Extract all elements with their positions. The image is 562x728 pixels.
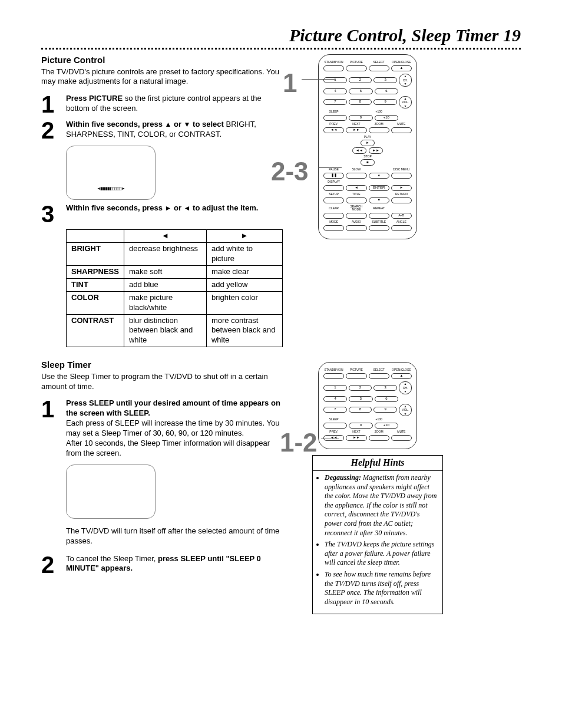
eject-icon: ▲ <box>391 373 412 379</box>
title-button <box>346 197 366 203</box>
num-5-button: 5 <box>349 88 372 94</box>
pause-icon: ❚❚ <box>323 173 344 179</box>
step-number: 2 <box>41 554 66 574</box>
sleep-timer-intro: Use the Sleep Timer to program the TV/DV… <box>41 372 283 392</box>
playback-nav: PLAY ► ◄◄►► STOP ■ <box>344 136 391 166</box>
picture-control-section: Picture Control The TV/DVD's picture con… <box>41 54 521 347</box>
step-number: 2 <box>41 120 66 140</box>
picture-button <box>346 65 366 71</box>
pc-step-3: 3 Within five seconds, press ► or ◄ to a… <box>41 203 283 223</box>
pc-step3-text-a: Within five seconds, press <box>66 203 164 212</box>
play-icon: ► <box>361 140 375 146</box>
next-icon: ►► <box>346 127 366 133</box>
sleep-button <box>323 423 347 429</box>
prev-icon: ◄◄ <box>323 435 344 441</box>
subtitle-button <box>369 225 389 231</box>
st-step1-p3: The TV/DVD will turn itself off after th… <box>66 526 283 546</box>
num-2-button: 2 <box>349 77 372 83</box>
slow-button <box>346 173 366 179</box>
hint-item: The TV/DVD keeps the picture settings af… <box>325 540 438 568</box>
helpful-hints-title: Helpful Hints <box>313 456 442 471</box>
table-row: SHARPNESS make soft make clear <box>67 265 283 278</box>
num-3-button: 3 <box>373 77 397 83</box>
picture-control-intro: The TV/DVD's picture controls are preset… <box>41 67 283 87</box>
callout-1-2: 1-2 <box>280 426 318 459</box>
num-8-button: 8 <box>349 99 372 105</box>
table-row: COLOR make picture black/white brighten … <box>67 291 283 314</box>
standby-button <box>323 65 344 71</box>
ffwd-icon: ►► <box>369 147 383 154</box>
pc-step2-mid: or <box>171 120 183 129</box>
num-9-button: 9 <box>373 99 397 105</box>
step-number: 1 <box>41 398 66 458</box>
rewind-icon: ◄◄ <box>352 147 366 154</box>
zoom-button <box>369 127 389 133</box>
title-rule <box>41 48 521 50</box>
audio-button <box>346 225 366 231</box>
pc-step-2: 2 Within five seconds, press ▲ or ▼ to s… <box>41 120 283 140</box>
enter-button: ENTER <box>369 185 389 191</box>
tv-screen-illustration: ◄▮▮▮▮▮▮▯▯▯▯▯▯► <box>66 146 156 200</box>
sleep-timer-section: Sleep Timer Use the Sleep Timer to progr… <box>41 359 521 614</box>
pc-step2-text-b: to select <box>191 120 224 129</box>
st-step-1: 1 Press SLEEP until your desired amount … <box>41 398 283 458</box>
page-title: Picture Control, Sleep Timer 19 <box>41 24 521 47</box>
step-number: 3 <box>41 203 66 223</box>
pc-step-1: 1 Press PICTURE so the first picture con… <box>41 94 283 114</box>
stop-icon: ■ <box>361 159 375 166</box>
remote-illustration: STANDBY/ONPICTURESELECTOPEN/CLOSE ▲ 1 2 … <box>318 54 417 239</box>
ch-cluster: ▲CH.▼ <box>399 74 412 87</box>
callout-1: 1 <box>283 66 297 100</box>
step-number: 1 <box>41 94 66 114</box>
clear-button <box>323 213 344 219</box>
num-1-button: 1 <box>323 77 347 83</box>
st-step-2: 2 To cancel the Sleep Timer, press SLEEP… <box>41 554 283 574</box>
mode-button <box>323 225 344 231</box>
st-step1-bold: Press SLEEP until your desired amount of… <box>66 398 283 419</box>
pc-step3-mid: or <box>171 203 183 212</box>
callout-line <box>318 167 342 168</box>
search-button <box>346 213 366 219</box>
left-arrow-icon: ◄ <box>184 204 191 212</box>
sleep-button <box>323 115 347 121</box>
up-nav-icon: ▲ <box>369 173 389 179</box>
st-step2-a: To cancel the Sleep Timer, <box>66 554 158 563</box>
prev-icon: ◄◄ <box>323 127 344 133</box>
table-head-right-arrow-icon: ► <box>206 230 282 243</box>
down-arrow-icon: ▼ <box>184 120 191 129</box>
select-button <box>369 65 389 71</box>
helpful-hints-box: Helpful Hints Degaussing: Magnetism from… <box>312 455 443 614</box>
progress-bar-icon: ◄▮▮▮▮▮▮▯▯▯▯▯▯► <box>97 186 125 191</box>
vol-cluster: ▲VOL.▼ <box>399 96 412 109</box>
pc-step3-text-b: to adjust the item. <box>191 203 259 212</box>
disc-menu-button <box>391 173 412 179</box>
num-4-button: 4 <box>323 88 347 94</box>
return-button <box>391 197 412 203</box>
st-step1-p2: After 10 seconds, the Sleep Timer inform… <box>66 439 283 459</box>
pc-step2-text-a: Within five seconds, press <box>66 120 164 129</box>
down-nav-icon: ▼ <box>369 197 389 203</box>
remote-illustration-2: STANDBY/ONPICTURESELECTOPEN/CLOSE ▲ 1 2 … <box>318 362 417 449</box>
hint-item: Degaussing: Magnetism from nearby applia… <box>325 473 438 538</box>
repeat-button <box>369 213 389 219</box>
display-button <box>323 185 344 191</box>
setup-button <box>323 197 344 203</box>
picture-control-heading: Picture Control <box>41 54 283 66</box>
up-arrow-icon: ▲ <box>164 120 171 129</box>
right-arrow-icon: ► <box>164 204 171 212</box>
tv-screen-illustration <box>66 465 156 519</box>
next-icon: ►► <box>346 435 366 441</box>
right-nav-icon: ► <box>391 185 412 191</box>
angle-button <box>391 225 412 231</box>
eject-icon: ▲ <box>391 65 412 71</box>
table-row: BRIGHT decrease brightness add white to … <box>67 243 283 266</box>
callout-line <box>321 439 339 439</box>
table-head-left-arrow-icon: ◄ <box>124 230 206 243</box>
callout-line <box>302 79 336 80</box>
plus10-button: +10 <box>375 115 398 121</box>
sleep-timer-heading: Sleep Timer <box>41 359 283 371</box>
callout-2-3: 2-3 <box>271 154 309 188</box>
num-7-button: 7 <box>323 99 347 105</box>
left-nav-icon: ◄ <box>346 185 366 191</box>
num-0-button: 0 <box>349 115 372 121</box>
